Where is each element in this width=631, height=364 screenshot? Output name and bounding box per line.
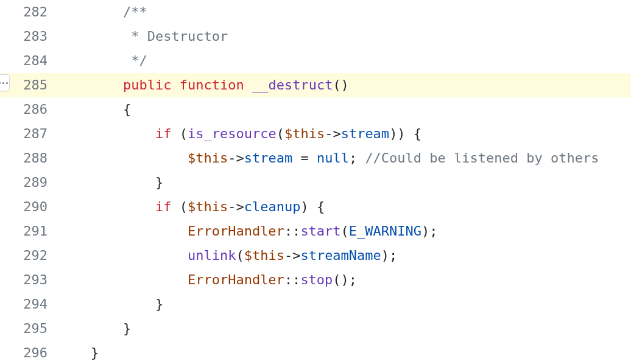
code-line[interactable]: 285 public function __destruct() (0, 73, 631, 97)
token-const: E_WARNING (349, 223, 421, 239)
line-actions-button[interactable] (0, 74, 10, 91)
token-comment: * Destructor (123, 29, 228, 44)
token-punc: )) { (389, 126, 421, 141)
token-punc: } (123, 321, 131, 336)
token-comment: //Could be listened by others (365, 150, 599, 166)
token-punc: ); (421, 223, 438, 239)
token-punc: -> (228, 199, 244, 214)
line-number[interactable]: 286 (0, 97, 58, 122)
code-line[interactable]: 292 unlink($this->streamName); (0, 243, 631, 268)
token-punc (171, 77, 179, 93)
line-number[interactable]: 282 (0, 0, 58, 24)
code-line[interactable]: 288 $this->stream = null; //Could be lis… (0, 146, 631, 170)
token-punc: = (292, 150, 317, 166)
code-line[interactable]: 284 */ (0, 49, 631, 73)
token-kw: function (180, 77, 244, 93)
token-punc: :: (284, 272, 301, 287)
token-prop: stream (341, 126, 389, 141)
code-content[interactable]: unlink($this->streamName); (58, 243, 631, 268)
code-content[interactable]: if (is_resource($this->stream)) { (58, 122, 631, 146)
line-number[interactable]: 284 (0, 49, 58, 73)
token-kw: public (123, 77, 171, 93)
token-punc: ( (236, 248, 244, 263)
token-punc: -> (325, 126, 341, 141)
indent (58, 150, 188, 166)
indent (58, 4, 123, 19)
token-var: $this (244, 248, 284, 263)
token-funcdecl: __destruct (252, 77, 333, 93)
line-number[interactable]: 294 (0, 292, 58, 317)
code-line[interactable]: 290 if ($this->cleanup) { (0, 195, 631, 219)
token-builtin: is_resource (188, 126, 277, 141)
code-content[interactable]: } (58, 341, 631, 364)
token-punc: { (123, 102, 131, 117)
code-line[interactable]: 283 * Destructor (0, 24, 631, 49)
code-content[interactable]: } (58, 292, 631, 317)
token-punc: ( (277, 126, 284, 141)
indent (58, 53, 123, 68)
token-prop: stream (244, 150, 292, 166)
line-number[interactable]: 283 (0, 24, 58, 49)
token-punc: (); (333, 272, 357, 287)
indent (58, 29, 123, 44)
indent (58, 345, 91, 360)
indent (58, 175, 155, 190)
line-number[interactable]: 296 (0, 341, 58, 364)
indent (58, 126, 155, 141)
code-content[interactable]: * Destructor (58, 24, 631, 49)
indent (58, 199, 155, 214)
code-line[interactable]: 291 ErrorHandler::start(E_WARNING); (0, 219, 631, 243)
code-line[interactable]: 296 } (0, 341, 631, 364)
code-viewer: 282 /**283 * Destructor284 */285 public … (0, 0, 631, 364)
token-prop: cleanup (244, 199, 301, 214)
indent (58, 77, 123, 93)
code-line[interactable]: 287 if (is_resource($this->stream)) { (0, 122, 631, 146)
code-content[interactable]: */ (58, 49, 631, 73)
code-content[interactable]: /** (58, 0, 631, 24)
token-punc: -> (228, 150, 244, 166)
token-kw: if (155, 199, 172, 214)
indent (58, 102, 123, 117)
code-line[interactable]: 294 } (0, 292, 631, 317)
code-line[interactable]: 295 } (0, 317, 631, 341)
token-var: $this (188, 199, 228, 214)
code-content[interactable]: ErrorHandler::start(E_WARNING); (58, 219, 631, 243)
line-number[interactable]: 287 (0, 122, 58, 146)
code-content[interactable]: ErrorHandler::stop(); (58, 268, 631, 292)
token-punc: ( (341, 223, 349, 239)
code-line[interactable]: 293 ErrorHandler::stop(); (0, 268, 631, 292)
code-content[interactable]: if ($this->cleanup) { (58, 195, 631, 219)
line-number[interactable]: 295 (0, 317, 58, 341)
token-comment: */ (123, 53, 147, 68)
token-punc: ); (381, 248, 398, 263)
code-line[interactable]: 286 { (0, 97, 631, 122)
indent (58, 321, 123, 336)
token-punc: } (155, 296, 163, 312)
code-content[interactable]: { (58, 97, 631, 122)
code-line[interactable]: 282 /** (0, 0, 631, 24)
token-punc: -> (284, 248, 301, 263)
code-lines: 282 /**283 * Destructor284 */285 public … (0, 0, 631, 364)
token-punc: ( (171, 199, 188, 214)
token-prop: streamName (300, 248, 381, 263)
line-number[interactable]: 292 (0, 243, 58, 268)
code-line[interactable]: 289 } (0, 170, 631, 195)
line-number[interactable]: 289 (0, 170, 58, 195)
token-const: null (317, 150, 349, 166)
token-var: $this (284, 126, 325, 141)
token-comment: /** (123, 4, 147, 19)
token-func: stop (300, 272, 333, 287)
line-number[interactable]: 293 (0, 268, 58, 292)
code-content[interactable]: } (58, 317, 631, 341)
code-content[interactable]: } (58, 170, 631, 195)
line-number[interactable]: 290 (0, 195, 58, 219)
indent (58, 296, 155, 312)
code-content[interactable]: public function __destruct() (58, 73, 631, 97)
line-number[interactable]: 288 (0, 146, 58, 170)
line-number[interactable]: 291 (0, 219, 58, 243)
token-builtin: unlink (188, 248, 236, 263)
token-kw: if (155, 126, 172, 141)
token-func: start (300, 223, 340, 239)
token-class: ErrorHandler (188, 272, 284, 287)
code-content[interactable]: $this->stream = null; //Could be listene… (58, 146, 631, 170)
